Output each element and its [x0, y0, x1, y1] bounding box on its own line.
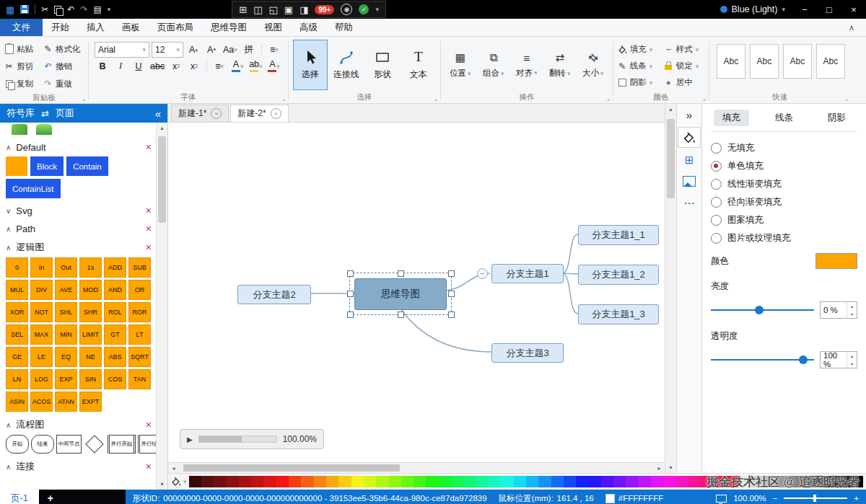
dialog-launcher-icon[interactable]: ⌟ — [282, 94, 285, 102]
symbol-orange-block[interactable] — [6, 156, 27, 176]
format-painter-button[interactable]: ✎格式化 — [40, 40, 87, 58]
tab-fill[interactable]: 填充 — [714, 110, 749, 126]
tab-pages[interactable]: 页面 — [56, 107, 74, 120]
palette-swatch[interactable] — [263, 476, 276, 487]
logic-symbol[interactable]: SHL — [55, 302, 77, 322]
scroll-thumb[interactable] — [158, 136, 166, 223]
collapse-sidebar-icon[interactable]: « — [155, 107, 161, 120]
palette-swatch[interactable] — [326, 476, 338, 487]
spin-down-icon[interactable]: ▾ — [847, 360, 857, 368]
text-color-red-button[interactable]: A▾ — [266, 59, 282, 74]
palette-swatch[interactable] — [414, 476, 426, 487]
bucket-icon[interactable] — [171, 477, 181, 487]
menu-tab[interactable]: 插入 — [78, 19, 113, 36]
scroll-down-icon[interactable]: ▾ — [157, 479, 167, 490]
palette-swatch[interactable] — [338, 476, 351, 487]
board-icon[interactable]: ▤ — [93, 5, 101, 14]
palette-swatch[interactable] — [214, 476, 226, 487]
logic-symbol[interactable]: 1s — [79, 257, 102, 278]
radio-icon[interactable] — [711, 233, 722, 244]
palette-swatch[interactable] — [451, 476, 463, 487]
opacity-slider[interactable] — [711, 359, 814, 361]
radio-icon[interactable] — [711, 197, 722, 208]
list-style-button[interactable]: ≡▾ — [211, 59, 227, 74]
close-tab-icon[interactable]: × — [271, 108, 281, 119]
palette-swatch[interactable] — [501, 476, 513, 487]
palette-swatch[interactable] — [514, 476, 526, 487]
logic-symbol[interactable]: ABS — [104, 347, 126, 367]
collapse-ribbon-icon[interactable]: ∧ — [837, 19, 866, 36]
connector-tool-button[interactable]: 连接线 — [329, 40, 364, 90]
dialog-launcher-icon[interactable]: ⌟ — [82, 94, 85, 102]
flowchart-symbol[interactable] — [85, 435, 103, 453]
pointer-icon[interactable]: ◱ — [269, 4, 278, 15]
logic-symbol[interactable]: ROR — [128, 302, 151, 322]
palette-swatch[interactable] — [376, 476, 388, 487]
fill-option[interactable]: 图片或纹理填充 — [711, 229, 857, 247]
menu-tab[interactable]: 画板 — [113, 19, 149, 36]
logic-symbol[interactable]: MIN — [55, 324, 77, 345]
palette-swatch[interactable] — [401, 476, 414, 487]
radio-icon[interactable] — [711, 179, 722, 190]
dialog-launcher-icon[interactable]: ⌟ — [845, 94, 848, 102]
close-icon[interactable]: × — [146, 205, 152, 216]
logic-symbol[interactable]: ADD — [104, 257, 126, 278]
logic-symbol[interactable]: EXPT — [79, 392, 102, 412]
zoom-in-icon[interactable]: + — [854, 494, 859, 503]
section-svg[interactable]: ∨ Svg × — [6, 205, 152, 216]
tab-document-2[interactable]: 新建-2* × — [230, 105, 288, 122]
selection-handle[interactable] — [398, 270, 404, 277]
monitor-icon[interactable] — [716, 495, 727, 503]
selection-handle[interactable] — [347, 311, 354, 318]
scroll-up-icon[interactable]: ▴ — [157, 123, 167, 133]
close-tab-icon[interactable]: × — [211, 108, 222, 119]
fill-option[interactable]: 无填充 — [711, 139, 857, 157]
logic-symbol[interactable]: NE — [79, 347, 102, 367]
drawing-canvas[interactable]: 思维导图 分支主题2 分支主题1 分支主题1_1 分支主题1_2 分支主题1_3… — [168, 123, 665, 462]
shadow-button[interactable]: 阴影▾ — [615, 74, 661, 91]
fill-panel-icon[interactable] — [678, 127, 701, 148]
palette-swatch[interactable] — [301, 476, 313, 487]
logic-symbol[interactable]: NOT — [30, 302, 53, 322]
palette-swatch[interactable] — [476, 476, 489, 487]
palette-swatch[interactable] — [201, 476, 214, 487]
op-button-align[interactable]: ≡对齐▾ — [510, 40, 543, 90]
logic-symbol[interactable]: LE — [30, 347, 53, 367]
quick-style-sample[interactable]: Abc — [783, 44, 812, 79]
fill-color-button[interactable]: 填充▾ — [615, 41, 661, 58]
select-tool-button[interactable]: 选择 — [293, 40, 328, 90]
palette-swatch[interactable] — [651, 476, 663, 487]
selection-handle[interactable] — [347, 291, 354, 297]
palette-swatch[interactable] — [663, 476, 675, 487]
logic-symbol[interactable]: XOR — [6, 302, 28, 322]
close-icon[interactable]: × — [146, 461, 152, 472]
palette-swatch[interactable] — [688, 476, 701, 487]
menu-tab[interactable]: 思维导图 — [202, 19, 255, 36]
shape-tool-button[interactable]: 形状 — [365, 40, 400, 90]
fill-option[interactable]: 单色填充 — [711, 157, 857, 175]
op-button-position[interactable]: ▦位置▾ — [444, 40, 477, 90]
logic-symbol[interactable]: LIMIT — [79, 324, 102, 345]
theme-selector[interactable]: Blue (Light) ▾ — [713, 4, 792, 14]
close-button[interactable]: × — [841, 0, 866, 19]
logic-symbol[interactable]: MOD — [79, 280, 102, 300]
scroll-left-icon[interactable]: ◂ — [168, 465, 179, 472]
screen-icon[interactable]: ◨ — [299, 4, 308, 15]
expand-panel-icon[interactable]: » — [678, 105, 700, 125]
flowchart-symbol[interactable]: 开始 — [6, 435, 29, 454]
text-tool-button[interactable]: T 文本 — [401, 40, 436, 90]
selection-handle[interactable] — [448, 291, 455, 297]
dialog-launcher-icon[interactable]: ⌟ — [607, 94, 610, 102]
palette-swatch[interactable] — [576, 476, 588, 487]
sidebar-scrollbar[interactable]: ▴ ▾ — [156, 123, 167, 490]
logic-symbol[interactable]: EQ — [55, 347, 77, 367]
logic-symbol[interactable]: SQRT — [128, 347, 151, 367]
palette-swatch[interactable] — [276, 476, 289, 487]
redo-icon[interactable]: ↷ — [80, 5, 87, 14]
zoom-scroll-thumb[interactable] — [199, 436, 242, 442]
zoom-slider[interactable] — [784, 498, 847, 499]
logic-symbol[interactable]: SEL — [6, 324, 28, 345]
menu-tab[interactable]: 帮助 — [326, 19, 362, 36]
logic-symbol[interactable]: OR — [128, 280, 151, 300]
menu-tab[interactable]: 开始 — [43, 19, 78, 36]
